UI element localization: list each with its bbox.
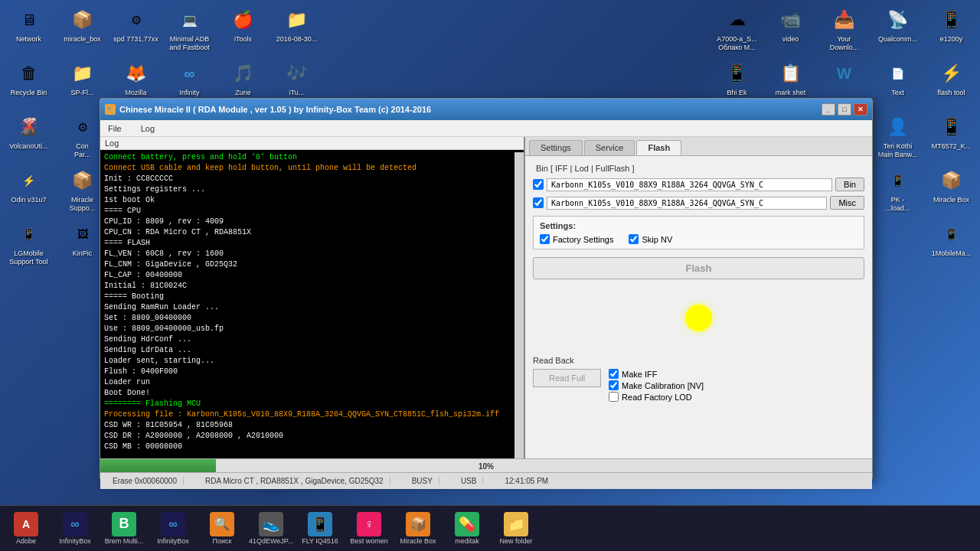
desktop-icon-lgmobile[interactable]: 📱 LGMobileSupport Tool: [4, 218, 54, 269]
window-titlebar: 🔧 Chinese Miracle II ( RDA Module , ver …: [100, 99, 872, 120]
adobe-icon: A: [14, 512, 38, 536]
log-line: Sending LdrData ...: [104, 345, 520, 356]
desktop-icon-e1200y[interactable]: 📱 e1200y: [926, 4, 976, 54]
taskbar-search[interactable]: 🔍 Поиск: [199, 509, 245, 549]
desktop-icon-teri[interactable]: 👤 Teri KothiMain Banw...: [873, 111, 923, 161]
taskbar-meditak[interactable]: 💊 meditak: [444, 509, 490, 549]
desktop-icon-network[interactable]: 🖥 Network: [4, 4, 54, 54]
desktop-icon-volcano[interactable]: 🌋 VolcanoUti...: [4, 111, 54, 161]
maximize-button[interactable]: □: [838, 103, 851, 116]
taskbar-shoe[interactable]: 👟 41QdEWeJP...: [248, 509, 294, 549]
newfolder-icon: 📁: [504, 512, 528, 536]
desktop-icon-a7000[interactable]: ☁ A7000-a_S...Облако М...: [712, 4, 762, 54]
status-erase: Erase 0x00060000: [106, 477, 184, 485]
factory-settings-checkbox[interactable]: [540, 234, 550, 244]
desktop-icon-spd[interactable]: ⚙ spd 7731,77xx: [111, 4, 161, 54]
desktop-icon-text[interactable]: 📄 Text: [873, 57, 923, 108]
infinitybox-icon: ∞: [63, 512, 87, 536]
log-panel: Log Connect battery, press and hold '0' …: [100, 137, 525, 458]
make-iff-option[interactable]: Make IFF: [609, 369, 704, 379]
window-body: Log Connect battery, press and hold '0' …: [100, 137, 872, 458]
skip-nv-option[interactable]: Skip NV: [629, 234, 672, 244]
read-factory-lod-option[interactable]: Read Factory LOD: [609, 392, 704, 402]
file2-checkbox[interactable]: [533, 197, 544, 208]
flash-file-row-2: Karbonn_K105s_V010_88X9_R188A_3264_QQVGA…: [533, 196, 864, 210]
desktop-icon-adb[interactable]: 💻 Minimal ADBand Fastboot: [165, 4, 214, 54]
make-calibration-checkbox[interactable]: [609, 380, 619, 390]
file2-misc-button[interactable]: Misc: [830, 196, 864, 210]
log-line: Set : 8809_00400000: [104, 313, 520, 324]
window-title: 🔧 Chinese Miracle II ( RDA Module , ver …: [105, 104, 431, 115]
file1-bin-button[interactable]: Bin: [835, 178, 864, 191]
taskbar-miraclebox2[interactable]: 📦 Miracle Box: [395, 509, 441, 549]
meditak-icon: 💊: [455, 512, 479, 536]
desktop-icon-itools[interactable]: 🍎 iTools: [218, 4, 268, 54]
flash-button[interactable]: Flash: [533, 257, 864, 279]
log-line: ===== Booting: [104, 292, 520, 302]
log-line: Processing file : Karbonn_K105s_V010_88X…: [104, 409, 520, 420]
desktop-icon-odin[interactable]: ⚡ Odin v31u7: [4, 165, 54, 215]
desktop-icon-2016[interactable]: 📁 2016-08-30...: [272, 4, 322, 54]
taskbar-newfolder[interactable]: 📁 New folder: [493, 509, 539, 549]
read-full-button[interactable]: Read Full: [533, 369, 601, 387]
skip-nv-checkbox[interactable]: [629, 234, 639, 244]
flash-settings-section: Settings: Factory Settings Skip NV: [533, 216, 864, 249]
status-bar: Erase 0x00060000 RDA Micro CT , RDA8851X…: [100, 472, 872, 489]
menu-log[interactable]: Log: [137, 122, 158, 135]
desktop-icon-miraclebox[interactable]: 📦 miracle_box: [57, 4, 107, 54]
log-line: Flush : 0400F000: [104, 367, 520, 377]
close-button[interactable]: ✕: [854, 103, 867, 116]
desktop-icon-1mobilema[interactable]: 📱 1MobileMa...: [926, 218, 976, 260]
log-line: CSD WR : 81C05954 , 81C05968: [104, 420, 520, 431]
log-content[interactable]: Connect battery, press and hold '0' butt…: [100, 150, 524, 458]
taskbar-bremmulti[interactable]: B Brem Multi...: [101, 509, 147, 549]
desktop-icon-recyclebin[interactable]: 🗑 Recycle Bin: [4, 57, 54, 108]
flash-file-row-1: Karbonn_K105s_V010_88X9_R188A_3264_QQVGA…: [533, 178, 864, 191]
taskbar-flyiq[interactable]: 📱 FLY IQ4516: [297, 509, 343, 549]
app-window: 🔧 Chinese Miracle II ( RDA Module , ver …: [100, 98, 873, 481]
log-scrollbar[interactable]: [514, 152, 524, 458]
log-line: Settings registers ...: [104, 184, 520, 195]
tab-settings[interactable]: Settings: [529, 140, 583, 155]
log-line: Connect USB cable and keep hold button, …: [104, 163, 520, 174]
log-header: Log: [100, 137, 524, 150]
taskbar-infinitybox2[interactable]: ∞ InfinityBox: [150, 509, 196, 549]
bremmulti-icon: B: [112, 512, 136, 536]
status-time: 12:41:05 PM: [498, 477, 554, 485]
taskbar-adobe[interactable]: A Adobe: [3, 509, 49, 549]
desktop-icon-video[interactable]: 📹 video: [766, 4, 815, 54]
tab-flash[interactable]: Flash: [636, 140, 681, 155]
minimize-button[interactable]: _: [822, 103, 835, 116]
flyiq-icon: 📱: [308, 512, 332, 536]
factory-settings-option[interactable]: Factory Settings: [540, 234, 613, 244]
log-line: Loader run: [104, 377, 520, 388]
log-line: Sending HdrConf ...: [104, 334, 520, 345]
log-line: FL_CNM : GigaDevice , GD25Q32: [104, 259, 520, 270]
read-factory-lod-checkbox[interactable]: [609, 392, 619, 402]
make-iff-checkbox[interactable]: [609, 369, 619, 379]
status-cpu: RDA Micro CT , RDA8851X , GigaDevice, GD…: [199, 477, 390, 485]
desktop-icon-pk[interactable]: 📱 PK -...load...: [873, 165, 923, 215]
log-line: Boot Done!: [104, 388, 520, 399]
desktop-icon-mt6572[interactable]: 📱 MT6572_K...: [926, 111, 976, 161]
desktop-icon-flashtool[interactable]: ⚡ flash tool: [926, 57, 976, 108]
taskbar-bestwomen[interactable]: ♀ Best women: [346, 509, 392, 549]
shoe-icon: 👟: [259, 512, 283, 536]
taskbar-infinitybox[interactable]: ∞ InfinityBox: [52, 509, 98, 549]
readback-row: Read Full Make IFF Make Calibration [NV]: [533, 369, 864, 402]
status-usb: USB: [455, 477, 484, 485]
window-controls: _ □ ✕: [822, 103, 867, 116]
log-line: Initial : 81C0024C: [104, 281, 520, 292]
desktop-icon-miracle2[interactable]: 📦 Miracle Box: [926, 165, 976, 215]
desktop-icon-qualcomm[interactable]: 📡 Qualcomm...: [873, 4, 923, 54]
log-line: ======== Flashing MCU: [104, 399, 520, 409]
file1-path: Karbonn_K105s_V010_88X9_R188A_3264_QQVGA…: [547, 178, 832, 191]
tab-service[interactable]: Service: [584, 140, 635, 155]
search-icon2: 🔍: [210, 512, 234, 536]
file1-checkbox[interactable]: [533, 179, 544, 190]
log-line: ==== FLASH: [104, 238, 520, 249]
right-panel: Settings Service Flash Bin [ IFF | Lod |…: [525, 137, 872, 458]
desktop-icon-download[interactable]: 📥 YourDownlo...: [819, 4, 869, 54]
menu-file[interactable]: File: [104, 122, 126, 135]
make-calibration-option[interactable]: Make Calibration [NV]: [609, 380, 704, 390]
